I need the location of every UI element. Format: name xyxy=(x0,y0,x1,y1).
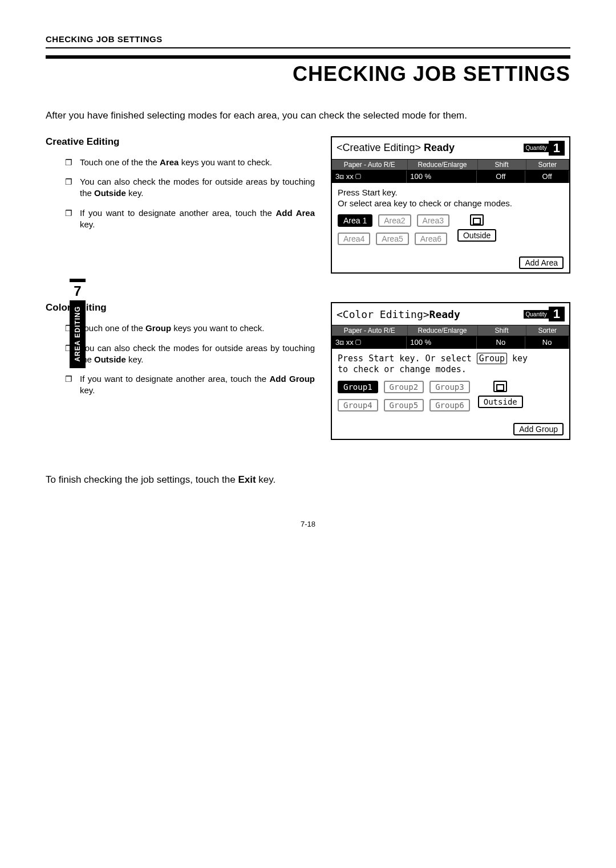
hdr-sorter: Sorter xyxy=(526,160,570,170)
quantity-value: 1 xyxy=(549,307,565,321)
group-button-2[interactable]: Group2 xyxy=(384,381,424,393)
outro-text: To finish checking the job settings, tou… xyxy=(46,474,570,486)
panel-message: Press Start key. Or select area key to c… xyxy=(338,188,564,209)
hdr-shift: Shift xyxy=(478,160,526,170)
running-header: CHECKING JOB SETTINGS xyxy=(46,34,570,48)
bullet: If you want to designate another area, t… xyxy=(80,207,319,231)
area-button-3[interactable]: Area3 xyxy=(417,214,449,227)
quantity-label: Quantity xyxy=(524,310,549,319)
bullet: If you want to designate another area, t… xyxy=(80,373,319,397)
group-button-5[interactable]: Group5 xyxy=(384,399,424,411)
add-area-button[interactable]: Add Area xyxy=(519,256,564,269)
hdr-reduce: Reduce/Enlarge xyxy=(408,160,478,170)
outside-button[interactable]: Outside xyxy=(478,396,523,408)
section-title-color: Color Editing xyxy=(46,302,319,313)
hdr-reduce: Reduce/Enlarge xyxy=(408,325,478,336)
hdr-paper: Paper - Auto R/E xyxy=(332,160,408,170)
quantity-value: 1 xyxy=(549,141,565,156)
bullet: You can also check the modes for outside… xyxy=(80,343,319,366)
chapter-number: 7 xyxy=(70,282,86,300)
page-icon xyxy=(470,214,484,226)
panel-title: <Color Editing>Ready xyxy=(337,308,524,320)
area-button-2[interactable]: Area2 xyxy=(378,214,411,227)
panel-message: Press Start key. Or select Group key to … xyxy=(338,353,564,375)
area-button-6[interactable]: Area6 xyxy=(415,233,447,245)
hdr-paper: Paper - Auto R/E xyxy=(332,325,408,336)
group-button-3[interactable]: Group3 xyxy=(429,381,470,393)
bullet: You can also check the modes for outside… xyxy=(80,176,319,199)
val-ratio: 100 % xyxy=(407,170,476,183)
group-button-4[interactable]: Group4 xyxy=(338,399,378,411)
bullet: Touch one of the the Area keys you want … xyxy=(80,157,319,168)
creative-panel: <Creative Editing> Ready Quantity 1 Pape… xyxy=(331,136,570,274)
quantity-label: Quantity xyxy=(524,144,549,152)
hdr-shift: Shift xyxy=(478,325,526,336)
hdr-sorter: Sorter xyxy=(526,325,570,336)
outside-button[interactable]: Outside xyxy=(457,229,496,242)
area-button-1[interactable]: Area 1 xyxy=(338,214,372,227)
val-tray: 3⧈ xx ▢ xyxy=(332,170,407,183)
page-icon xyxy=(493,381,507,392)
area-button-5[interactable]: Area5 xyxy=(376,233,408,245)
color-panel: <Color Editing>Ready Quantity 1 Paper - … xyxy=(331,302,570,440)
panel-title: <Creative Editing> Ready xyxy=(337,142,524,154)
section-title-creative: Creative Editing xyxy=(46,136,319,148)
val-shift: Off xyxy=(477,170,526,183)
bullet: Touch one of the Group keys you want to … xyxy=(80,323,319,334)
add-group-button[interactable]: Add Group xyxy=(513,423,564,435)
val-tray: 3⧈ xx ▢ xyxy=(332,336,407,349)
val-sorter: Off xyxy=(525,170,569,183)
val-ratio: 100 % xyxy=(407,336,476,349)
group-button-1[interactable]: Group1 xyxy=(338,381,378,393)
group-button-6[interactable]: Group6 xyxy=(429,399,470,411)
page-title: CHECKING JOB SETTINGS xyxy=(46,55,570,86)
area-button-4[interactable]: Area4 xyxy=(338,233,370,245)
intro-text: After you have finished selecting modes … xyxy=(46,109,570,123)
page-number: 7-18 xyxy=(46,520,570,528)
val-shift: No xyxy=(477,336,526,349)
val-sorter: No xyxy=(525,336,569,349)
